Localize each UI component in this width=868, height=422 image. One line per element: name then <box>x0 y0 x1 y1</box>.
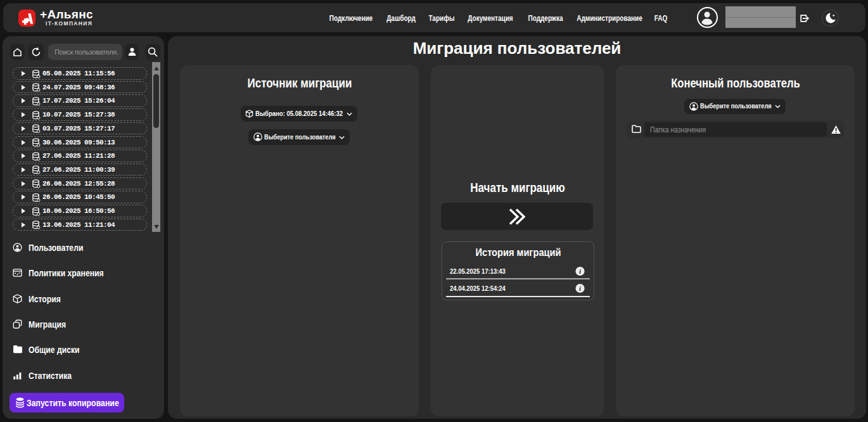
svg-text:i: i <box>579 268 581 275</box>
svg-text:i: i <box>579 285 581 292</box>
